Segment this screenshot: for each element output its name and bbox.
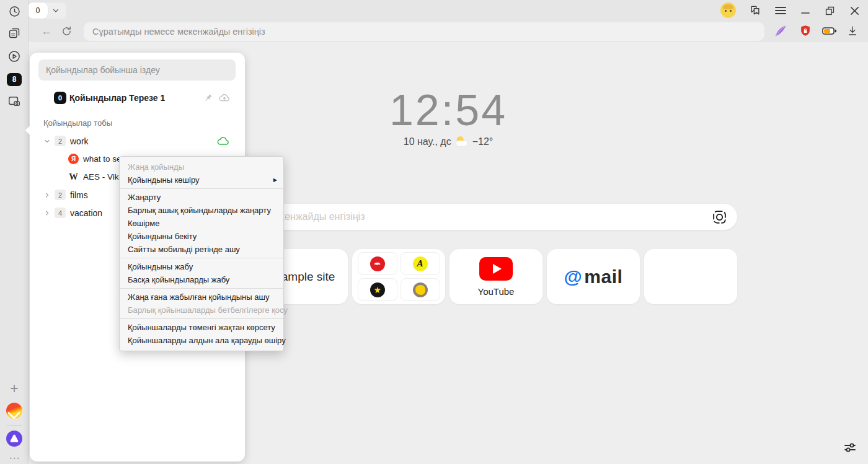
tab-count-label: 0 [36, 6, 40, 15]
cloud-sync-icon[interactable] [218, 91, 231, 105]
menu-item-close-others[interactable]: Басқа қойындыларды жабу [120, 273, 283, 286]
reload-icon[interactable] [58, 22, 75, 40]
sidebar-rail: 8 + ⋯ [0, 0, 29, 464]
image-search-camera-icon[interactable] [711, 209, 727, 225]
minimize-button[interactable] [796, 2, 815, 19]
yandex-mail-icon[interactable] [0, 401, 29, 420]
tile-folder[interactable]: A [352, 249, 445, 304]
menu-separator [120, 288, 283, 289]
menu-separator [120, 318, 283, 319]
newtab-clock: 12:54 [389, 85, 507, 135]
wikipedia-favicon: W [68, 172, 79, 182]
menu-separator [120, 258, 283, 258]
browser-chrome: 0 ← [0, 0, 868, 42]
yellow-a-favicon[interactable]: A [401, 252, 440, 275]
tile-youtube[interactable]: YouTube [450, 249, 542, 304]
menu-item-open-mobile[interactable]: Сайтты мобильді ретінде ашу [120, 243, 283, 256]
tab-counter-button[interactable]: 8 [0, 70, 29, 89]
tile-mail[interactable]: @mail [547, 249, 640, 304]
menu-item-copy[interactable]: Көшірме [120, 217, 283, 230]
address-input[interactable] [84, 22, 764, 41]
browser-window: 0 ← [0, 0, 868, 464]
menu-item-disable-preview[interactable]: Қойыншаларды алдын ала қарауды өшіру [120, 334, 283, 347]
tile-empty[interactable] [644, 249, 737, 304]
tab-strip-pill: 0 [28, 2, 66, 19]
tab-list-chevron-icon[interactable] [52, 7, 60, 14]
menu-hamburger-icon[interactable] [771, 2, 790, 19]
menu-item-refresh-all[interactable]: Барлық ашық қойындыларды жаңарту [120, 204, 283, 217]
group-label: films [70, 190, 88, 200]
chevron-right-icon[interactable] [42, 190, 52, 200]
tabs-search-input[interactable] [38, 59, 236, 81]
window-badge: 0 [54, 92, 66, 104]
chevron-down-icon[interactable] [42, 136, 52, 146]
screenshot-icon[interactable] [0, 92, 29, 111]
translate-pen-icon[interactable] [771, 22, 790, 40]
menu-item-reopen-closed[interactable]: Жаңа ғана жабылған қойындыны ашу [120, 291, 283, 304]
add-panel-plus-icon[interactable]: + [0, 379, 29, 398]
tab-context-menu: Жаңа қойынды Қойындыны көшіру ▶ Жаңарту … [119, 156, 284, 351]
weather-date: 10 нау., дс [404, 136, 451, 147]
play-media-icon[interactable] [0, 47, 29, 66]
tree-group-work[interactable]: 2 work [30, 132, 245, 150]
rail-divider [7, 425, 22, 426]
menu-item-pin-tab[interactable]: Қойындыны бекіту [120, 230, 283, 243]
window-row[interactable]: 0 Қойындылар Терезе 1 [30, 89, 245, 107]
address-row: ← [0, 20, 868, 42]
group-label: work [70, 136, 89, 146]
menu-item-refresh[interactable]: Жаңарту [120, 191, 283, 204]
pin-icon[interactable] [201, 91, 215, 105]
collections-icon[interactable] [746, 2, 764, 19]
red-car-favicon[interactable] [358, 252, 397, 275]
group-count-badge: 2 [55, 136, 66, 146]
history-clock-icon[interactable] [0, 2, 29, 20]
download-icon[interactable] [843, 22, 862, 40]
tab-groups-icon[interactable] [0, 24, 29, 42]
yellow-blob-favicon[interactable] [401, 278, 440, 301]
groups-section-header: Қойындылар тобы [43, 118, 112, 128]
battery-icon[interactable] [820, 22, 839, 40]
alice-assistant-icon[interactable] [0, 429, 29, 448]
tile-youtube-label: YouTube [478, 286, 515, 297]
mail-ru-logo: @mail [564, 266, 623, 287]
menu-item-close-tab[interactable]: Қойындыны жабу [120, 260, 283, 273]
group-count-badge: 2 [55, 190, 66, 200]
menu-separator [120, 188, 283, 189]
rail-overflow-dots-icon[interactable]: ⋯ [0, 449, 29, 464]
submenu-arrow-icon: ▶ [273, 173, 277, 186]
weather-widget[interactable]: 10 нау., дс −12° [404, 136, 493, 147]
yandex-favicon: Я [68, 154, 79, 164]
menu-item-show-tabs-bottom[interactable]: Қойыншаларды төменгі жақтан көрсету [120, 321, 283, 334]
weather-temp: −12° [472, 136, 494, 147]
active-tab[interactable]: 0 [28, 2, 48, 19]
menu-item-duplicate-tab[interactable]: Қойындыны көшіру ▶ [120, 173, 283, 186]
background-settings-icon[interactable] [842, 440, 858, 456]
window-title: Қойындылар Терезе 1 [69, 93, 165, 103]
user-avatar[interactable] [720, 2, 736, 18]
group-count-badge: 4 [55, 208, 66, 218]
menu-item-new-tab: Жаңа қойынды [120, 160, 283, 173]
menu-item-bookmark-all: Барлық қойыншаларды бетбелгілерге қосу [120, 304, 283, 317]
restore-button[interactable] [820, 2, 839, 19]
chevron-right-icon[interactable] [42, 208, 52, 218]
protect-shield-icon[interactable] [796, 22, 815, 40]
close-button[interactable] [845, 2, 864, 19]
tab-counter-label: 8 [12, 75, 17, 84]
back-icon[interactable]: ← [38, 22, 55, 40]
folder-grid: A [358, 252, 440, 301]
group-label: vacation [70, 208, 102, 218]
black-yellow-favicon[interactable] [358, 278, 397, 301]
youtube-logo [479, 257, 513, 281]
synced-cloud-icon[interactable] [216, 134, 230, 148]
sun-cloud-icon [455, 136, 469, 147]
